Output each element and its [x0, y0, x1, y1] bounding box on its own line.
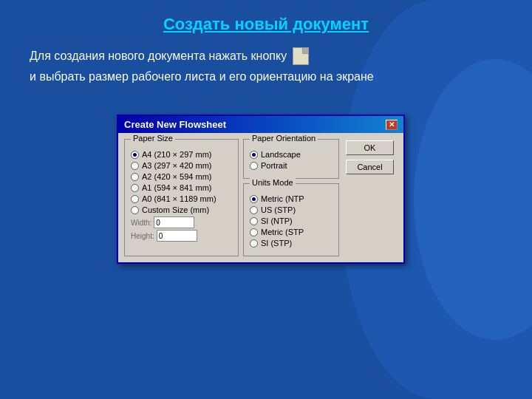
units-si-stp[interactable]: SI (STP) [250, 239, 332, 248]
paper-size-a0[interactable]: A0 (841 × 1189 mm) [131, 194, 232, 203]
dialog-title-bar: Create New Flowsheet ✕ [118, 116, 403, 133]
paper-size-a4[interactable]: A4 (210 × 297 mm) [131, 150, 232, 159]
radio-a1[interactable] [131, 184, 139, 192]
units-metric-stp[interactable]: Metric (STP [250, 228, 332, 236]
radio-metric-ntp[interactable] [250, 195, 258, 203]
label-landscape: Landscape [261, 150, 301, 159]
label-a4: A4 (210 × 297 mm) [142, 150, 211, 159]
label-metric-stp: Metric (STP [261, 228, 304, 236]
units-metric-ntp[interactable]: Metric (NTP [250, 194, 332, 203]
radio-metric-stp[interactable] [250, 228, 258, 236]
width-row: Width: [131, 216, 232, 228]
dialog-close-button[interactable]: ✕ [386, 120, 398, 130]
radio-portrait[interactable] [250, 162, 258, 170]
units-us-stp[interactable]: US (STP) [250, 205, 332, 214]
paper-size-a3[interactable]: A3 (297 × 420 mm) [131, 161, 232, 170]
label-a1: A1 (594 × 841 mm) [142, 183, 211, 192]
middle-column: Paper Orientation Landscape Portrait Uni… [243, 139, 341, 256]
right-column: OK Cancel [346, 139, 398, 256]
height-input[interactable] [157, 230, 197, 242]
label-custom: Custom Size (mm) [142, 205, 209, 214]
label-a2: A2 (420 × 594 mm) [142, 172, 211, 181]
paper-size-custom[interactable]: Custom Size (mm) [131, 205, 232, 214]
label-metric-ntp: Metric (NTP [261, 194, 304, 203]
page-description: Для создания нового документа нажать кно… [30, 47, 502, 86]
units-label: Units Mode [250, 178, 296, 187]
radio-custom[interactable] [131, 206, 139, 214]
paper-size-label: Paper Size [131, 134, 175, 143]
units-si-ntp[interactable]: SI (NTP) [250, 216, 332, 225]
cancel-button[interactable]: Cancel [346, 160, 394, 174]
radio-a4[interactable] [131, 151, 139, 159]
units-group: Units Mode Metric (NTP US (STP) SI (NTP)… [243, 183, 339, 256]
height-row: Height: [131, 230, 232, 242]
label-a3: A3 (297 × 420 mm) [142, 161, 211, 170]
orientation-group: Paper Orientation Landscape Portrait [243, 139, 339, 179]
page-title: Создать новый документ [30, 15, 502, 34]
label-portrait: Portrait [261, 161, 287, 170]
description-part2: и выбрать размер рабочего листа и его ор… [30, 68, 374, 86]
paper-size-a2[interactable]: A2 (420 × 594 mm) [131, 172, 232, 181]
width-label: Width: [131, 219, 151, 227]
width-input[interactable] [154, 216, 194, 228]
orientation-portrait[interactable]: Portrait [250, 161, 332, 170]
orientation-landscape[interactable]: Landscape [250, 150, 332, 159]
radio-si-ntp[interactable] [250, 217, 258, 225]
dialog-title: Create New Flowsheet [124, 119, 226, 130]
label-si-ntp: SI (NTP) [261, 216, 293, 225]
dialog-body: Paper Size A4 (210 × 297 mm) A3 (297 × 4… [118, 133, 403, 262]
description-part1: Для создания нового документа нажать кно… [30, 47, 287, 65]
radio-a2[interactable] [131, 173, 139, 181]
radio-us-stp[interactable] [250, 206, 258, 214]
page-content: Создать новый документ Для создания ново… [0, 0, 532, 115]
ok-button[interactable]: OK [346, 140, 394, 155]
radio-si-stp[interactable] [250, 239, 258, 248]
label-si-stp: SI (STP) [261, 239, 292, 248]
orientation-label: Paper Orientation [250, 134, 318, 143]
radio-a0[interactable] [131, 195, 139, 203]
label-a0: A0 (841 × 1189 mm) [142, 194, 216, 203]
label-us-stp: US (STP) [261, 205, 296, 214]
new-document-icon [293, 47, 309, 65]
radio-a3[interactable] [131, 162, 139, 170]
paper-size-a1[interactable]: A1 (594 × 841 mm) [131, 183, 232, 192]
radio-landscape[interactable] [250, 151, 258, 159]
paper-size-group: Paper Size A4 (210 × 297 mm) A3 (297 × 4… [124, 139, 239, 256]
create-flowsheet-dialog: Create New Flowsheet ✕ Paper Size A4 (21… [117, 115, 405, 264]
height-label: Height: [131, 232, 154, 240]
